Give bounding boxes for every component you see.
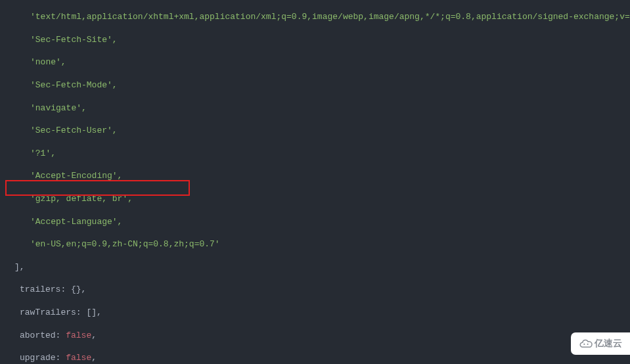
code-line: trailers: {}, (5, 284, 630, 295)
watermark-text: 亿速云 (595, 338, 622, 349)
code-line: 'Sec-Fetch-Mode', (5, 80, 630, 91)
code-line: 'none', (5, 57, 630, 68)
svg-point-1 (587, 344, 589, 345)
code-line: aborted: false, (5, 330, 630, 341)
code-line: 'Accept-Language', (5, 216, 630, 227)
code-line: upgrade: false, (5, 352, 630, 363)
cloud-icon (579, 339, 593, 348)
code-block: 'text/html,application/xhtml+xml,applica… (0, 0, 630, 364)
svg-point-0 (583, 344, 585, 345)
code-line: '?1', (5, 148, 630, 159)
code-line: 'Sec-Fetch-Site', (5, 34, 630, 45)
code-line: ], (5, 262, 630, 273)
code-line: 'Accept-Encoding', (5, 170, 630, 181)
code-line: 'text/html,application/xhtml+xml,applica… (5, 11, 630, 22)
code-line: 'en-US,en;q=0.9,zh-CN;q=0.8,zh;q=0.7' (5, 239, 630, 250)
code-line: 'gzip, deflate, br', (5, 193, 630, 204)
watermark-badge: 亿速云 (571, 332, 630, 355)
code-line: rawTrailers: [], (5, 307, 630, 318)
code-line: 'navigate', (5, 102, 630, 114)
code-line: 'Sec-Fetch-User', (5, 125, 630, 136)
